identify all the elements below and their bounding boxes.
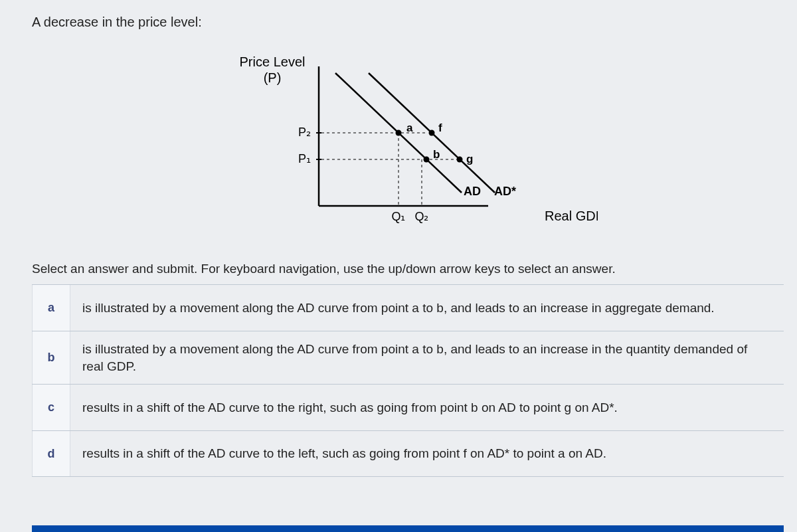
p1-tick-label: P₁	[298, 152, 311, 165]
y-axis-label-1: Price Level	[240, 54, 306, 69]
point-g	[457, 157, 463, 163]
y-axis-label-2: (P)	[264, 70, 282, 85]
answer-option-c[interactable]: c results in a shift of the AD curve to …	[32, 384, 784, 430]
point-f-label: f	[438, 122, 442, 134]
answer-text: results in a shift of the AD curve to th…	[70, 431, 784, 476]
answers-list: a is illustrated by a movement along the…	[32, 284, 784, 477]
q1-tick-label: Q₁	[391, 210, 405, 223]
answer-letter: c	[32, 385, 70, 430]
answer-option-a[interactable]: a is illustrated by a movement along the…	[32, 284, 784, 331]
adstar-label: AD*	[494, 185, 516, 198]
answer-text: results in a shift of the AD curve to th…	[70, 385, 784, 430]
instructions-text: Select an answer and submit. For keyboar…	[32, 262, 616, 276]
bottom-accent-bar	[32, 525, 784, 532]
answer-option-d[interactable]: d results in a shift of the AD curve to …	[32, 430, 784, 477]
chart-svg: Price Level (P) P₂ P₁ Q₁ Q₂ AD	[226, 46, 598, 239]
ad-label: AD	[464, 185, 481, 198]
point-b	[424, 157, 430, 163]
point-f	[429, 130, 435, 136]
answer-letter: a	[32, 285, 70, 331]
p2-tick-label: P₂	[298, 126, 311, 139]
point-a-label: a	[406, 122, 413, 134]
answer-text: is illustrated by a movement along the A…	[70, 285, 784, 331]
x-axis-label: Real GDP (Q)	[545, 209, 598, 223]
answer-option-b[interactable]: b is illustrated by a movement along the…	[32, 331, 784, 384]
point-a	[396, 130, 402, 136]
point-g-label: g	[466, 153, 473, 165]
answer-text: is illustrated by a movement along the A…	[70, 331, 784, 384]
question-text: A decrease in the price level:	[32, 15, 202, 30]
answer-letter: b	[32, 331, 70, 384]
ad-curve-chart: Price Level (P) P₂ P₁ Q₁ Q₂ AD	[226, 46, 598, 239]
point-b-label: b	[433, 148, 440, 161]
page: A decrease in the price level: Price Lev…	[0, 0, 797, 532]
q2-tick-label: Q₂	[414, 210, 428, 223]
answer-letter: d	[32, 431, 70, 476]
